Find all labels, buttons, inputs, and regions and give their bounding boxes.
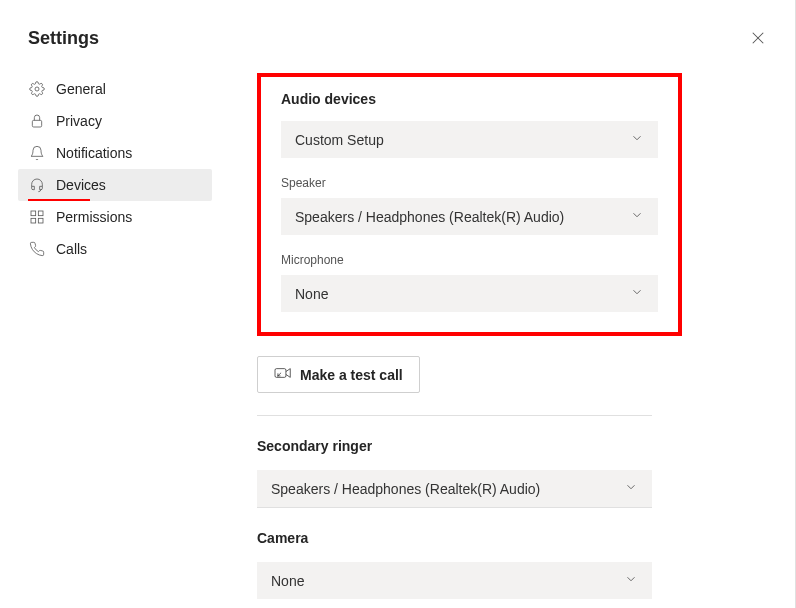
sidebar-item-devices[interactable]: Devices <box>18 169 212 201</box>
camera-title: Camera <box>257 530 652 546</box>
test-call-icon <box>274 365 292 384</box>
headset-icon <box>28 176 46 194</box>
camera-select[interactable]: None <box>257 562 652 599</box>
sidebar-item-label: Calls <box>56 241 87 257</box>
sidebar-item-label: Privacy <box>56 113 102 129</box>
lock-icon <box>28 112 46 130</box>
chevron-down-icon <box>624 572 638 589</box>
page-title: Settings <box>28 28 795 49</box>
chevron-down-icon <box>630 131 644 148</box>
select-value: Custom Setup <box>295 132 384 148</box>
audio-device-select[interactable]: Custom Setup <box>281 121 658 158</box>
sidebar-item-label: General <box>56 81 106 97</box>
gear-icon <box>28 80 46 98</box>
svg-rect-6 <box>31 218 36 223</box>
secondary-ringer-title: Secondary ringer <box>257 438 652 454</box>
microphone-select[interactable]: None <box>281 275 658 312</box>
svg-rect-4 <box>31 211 36 216</box>
svg-rect-3 <box>32 120 41 127</box>
divider <box>257 507 652 508</box>
chevron-down-icon <box>624 480 638 497</box>
apps-icon <box>28 208 46 226</box>
make-test-call-button[interactable]: Make a test call <box>257 356 420 393</box>
secondary-ringer-select[interactable]: Speakers / Headphones (Realtek(R) Audio) <box>257 470 652 507</box>
bell-icon <box>28 144 46 162</box>
sidebar-item-privacy[interactable]: Privacy <box>18 105 212 137</box>
svg-rect-5 <box>38 211 43 216</box>
sidebar-item-calls[interactable]: Calls <box>18 233 212 265</box>
button-label: Make a test call <box>300 367 403 383</box>
sidebar-item-permissions[interactable]: Permissions <box>18 201 212 233</box>
select-value: None <box>271 573 304 589</box>
svg-rect-7 <box>38 218 43 223</box>
sidebar-item-general[interactable]: General <box>18 73 212 105</box>
select-value: Speakers / Headphones (Realtek(R) Audio) <box>271 481 540 497</box>
sidebar-item-label: Notifications <box>56 145 132 161</box>
settings-main: Audio devices Custom Setup Speaker Speak… <box>212 67 795 599</box>
select-value: None <box>295 286 328 302</box>
sidebar-item-label: Devices <box>56 177 106 193</box>
svg-point-2 <box>35 87 39 91</box>
chevron-down-icon <box>630 208 644 225</box>
chevron-down-icon <box>630 285 644 302</box>
speaker-select[interactable]: Speakers / Headphones (Realtek(R) Audio) <box>281 198 658 235</box>
sidebar-item-notifications[interactable]: Notifications <box>18 137 212 169</box>
audio-devices-title: Audio devices <box>281 91 658 107</box>
sidebar-item-label: Permissions <box>56 209 132 225</box>
divider <box>257 415 652 416</box>
audio-devices-highlight: Audio devices Custom Setup Speaker Speak… <box>257 73 682 336</box>
speaker-label: Speaker <box>281 176 658 190</box>
settings-sidebar: General Privacy Notifications Devices <box>0 67 212 599</box>
microphone-label: Microphone <box>281 253 658 267</box>
phone-icon <box>28 240 46 258</box>
close-button[interactable] <box>751 30 765 48</box>
select-value: Speakers / Headphones (Realtek(R) Audio) <box>295 209 564 225</box>
